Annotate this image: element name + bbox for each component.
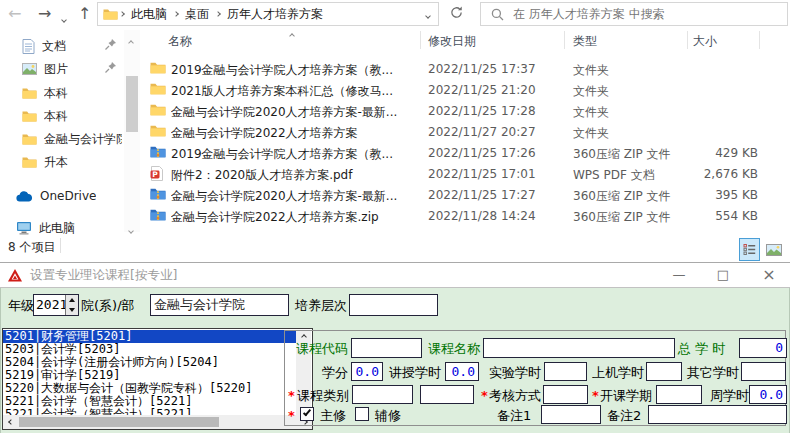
sidebar-label: 本科 [44, 108, 68, 125]
view-details-button[interactable] [739, 238, 760, 261]
search-input[interactable] [513, 7, 763, 21]
search-box[interactable] [480, 2, 788, 26]
file-type: 文件夹 [573, 83, 609, 100]
sidebar-scrollbar-thumb[interactable] [126, 76, 138, 132]
folder-icon [22, 156, 37, 169]
required-mark: * [288, 408, 295, 423]
address-dropdown-icon[interactable] [426, 7, 430, 21]
sort-ascending-icon [290, 27, 294, 41]
forward-icon[interactable]: → [38, 3, 51, 25]
table-row[interactable]: 2021版人才培养方案本科汇总（修改马... 2022/11/25 21:20 … [145, 80, 790, 101]
department-label: 院(系)/部 [81, 298, 135, 313]
computer-hours-field[interactable] [646, 362, 682, 381]
file-name: 2021版人才培养方案本科汇总（修改马... [171, 83, 414, 100]
app-logo-icon [8, 269, 22, 282]
note2-field[interactable] [648, 405, 787, 424]
credit-field[interactable]: 0.0 [351, 362, 383, 381]
address-bar[interactable]: 此电脑 桌面 历年人才培养方案 [97, 2, 439, 26]
column-header-name[interactable]: 名称 [168, 33, 192, 50]
spinner-up-icon[interactable] [65, 295, 78, 305]
course-name-field[interactable] [483, 338, 675, 358]
pin-icon [104, 61, 117, 74]
file-date: 2022/11/25 17:27 [428, 188, 536, 202]
sidebar-item-this-pc[interactable]: 此电脑 [16, 218, 116, 238]
assessment-label: 考核方式 [489, 388, 541, 403]
column-header-size[interactable]: 大小 [693, 33, 717, 50]
column-header-type[interactable]: 类型 [573, 33, 597, 50]
folder-icon [150, 82, 166, 96]
back-icon[interactable]: ← [8, 3, 21, 25]
level-field[interactable] [349, 294, 438, 316]
course-category-field[interactable] [352, 385, 413, 404]
weekly-hours-field[interactable]: 0.0 [749, 385, 787, 404]
file-name: 金融与会计学院2022人才培养方案.zip [171, 209, 414, 226]
sidebar-item-onedrive[interactable]: OneDrive [16, 186, 116, 206]
breadcrumb-current-folder[interactable]: 历年人才培养方案 [222, 6, 328, 23]
screen: ← → ↑ 此电脑 桌面 历年人才培养方案 文档 [0, 0, 790, 433]
listbox-hscrollbar[interactable] [3, 415, 312, 429]
major-checkbox[interactable] [300, 407, 314, 421]
experiment-hours-field[interactable] [544, 362, 587, 381]
scroll-up-icon[interactable] [129, 34, 133, 48]
spinner-down-icon[interactable] [65, 305, 78, 315]
department-field[interactable]: 金融与会计学院 [150, 294, 289, 316]
history-chevron-icon[interactable] [62, 11, 66, 25]
majors-listbox[interactable]: 5201|财务管理[5201] 5203|会计学[5203] 5204|会计学(… [2, 328, 313, 430]
lecture-hours-label: 讲授学时 [389, 365, 441, 380]
file-type: 文件夹 [573, 62, 609, 79]
file-size: 429 KB [668, 146, 758, 160]
required-mark: * [592, 388, 599, 403]
sidebar-item-shengben[interactable]: 升本 [22, 152, 122, 172]
dialog-title: 设置专业理论课程[按专业] [30, 267, 177, 284]
lecture-hours-field[interactable]: 0.0 [445, 362, 479, 381]
table-row[interactable]: 2019金融与会计学院人才培养方案（教... 2022/11/25 17:26 … [145, 143, 790, 164]
note1-label: 备注1 [497, 408, 531, 423]
up-icon[interactable]: ↑ [78, 3, 91, 25]
sidebar-label: 升本 [44, 154, 68, 171]
table-row[interactable]: 金融与会计学院2022人才培养方案.zip 2022/11/28 14:24 3… [145, 206, 790, 227]
grade-label: 年级 [8, 298, 34, 313]
sidebar-label: 本科 [44, 85, 68, 102]
hscrollbar-thumb[interactable] [19, 417, 219, 427]
term-label: 开课学期 [600, 388, 652, 403]
total-hours-field[interactable]: 0 [739, 338, 787, 358]
grade-spinner[interactable]: 2021 [33, 294, 79, 316]
note1-field[interactable] [541, 405, 601, 424]
table-row[interactable]: 金融与会计学院2020人才培养方案-最新... 2022/11/25 17:28… [145, 101, 790, 122]
search-icon [491, 8, 504, 21]
weekly-hours-label: 周学时 [710, 388, 749, 403]
scroll-down-icon[interactable] [129, 222, 133, 236]
file-date: 2022/11/25 17:01 [428, 167, 536, 181]
minor-checkbox[interactable] [355, 407, 369, 421]
list-item-clipped[interactable]: 5221|会计学（智慧会计）[5221] [3, 408, 296, 415]
course-name-label: 课程名称 [428, 341, 480, 356]
computer-hours-label: 上机学时 [592, 365, 644, 380]
other-hours-field[interactable] [741, 362, 786, 381]
required-mark: * [288, 388, 295, 403]
course-category-field-2[interactable] [420, 385, 474, 404]
course-code-field[interactable] [351, 338, 422, 358]
sidebar-item-benke-1[interactable]: 本科 [22, 83, 122, 103]
sidebar-item-finance-school[interactable]: 金融与会计学院 [22, 129, 122, 149]
scroll-left-icon[interactable] [3, 415, 18, 428]
folder-icon [22, 133, 37, 146]
close-button[interactable]: × [752, 264, 786, 286]
table-row[interactable]: 金融与会计学院2020人才培养方案-最新... 2022/11/25 17:27… [145, 185, 790, 206]
table-row[interactable]: P 附件2：2020版人才培养方案.pdf 2022/11/25 17:01 W… [145, 164, 790, 185]
term-field[interactable] [656, 385, 702, 404]
sidebar-item-benke-2[interactable]: 本科 [22, 106, 122, 126]
breadcrumb-this-pc[interactable]: 此电脑 [126, 6, 172, 23]
pdf-file-icon: P [150, 166, 164, 181]
column-header-date[interactable]: 修改日期 [428, 33, 476, 50]
major-checkbox-label: 主修 [320, 408, 346, 423]
folder-icon [150, 124, 166, 138]
file-type: 文件夹 [573, 104, 609, 121]
view-thumbnails-button[interactable] [763, 238, 785, 261]
breadcrumb-desktop[interactable]: 桌面 [180, 6, 214, 23]
table-row[interactable]: 金融与会计学院2022人才培养方案 2022/11/27 20:27 文件夹 [145, 122, 790, 143]
maximize-button[interactable]: □ [706, 264, 740, 286]
table-row[interactable]: 2019金融与会计学院人才培养方案（教... 2022/11/25 17:37 … [145, 59, 790, 80]
assessment-field[interactable] [543, 385, 588, 404]
refresh-icon[interactable] [449, 5, 464, 20]
minimize-button[interactable]: — [662, 264, 696, 286]
